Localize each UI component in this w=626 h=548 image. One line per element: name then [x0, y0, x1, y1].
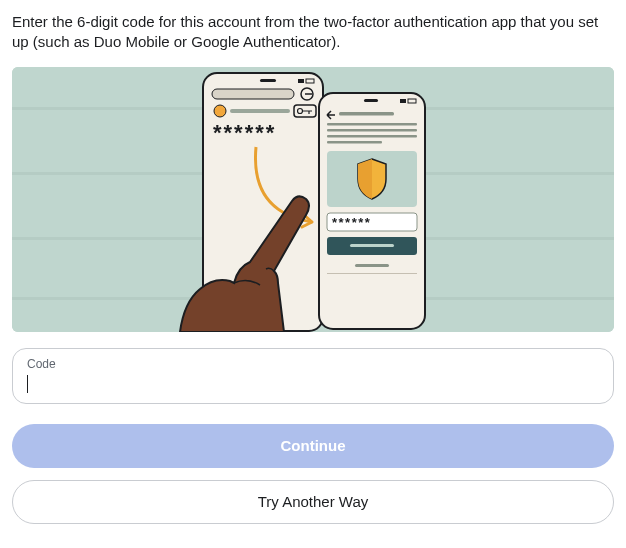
authenticator-illustration: ****** [12, 67, 614, 332]
input-caret [27, 375, 28, 393]
svg-rect-18 [319, 93, 425, 329]
left-phone-code: ****** [213, 120, 276, 145]
instruction-text: Enter the 6-digit code for this account … [12, 12, 614, 53]
svg-rect-25 [327, 135, 417, 138]
try-another-way-button[interactable]: Try Another Way [12, 480, 614, 524]
svg-rect-32 [327, 273, 417, 274]
svg-rect-30 [350, 244, 394, 247]
svg-rect-24 [327, 129, 417, 132]
right-phone-code: ****** [332, 215, 371, 230]
illustration-svg: ****** [12, 67, 614, 332]
code-field-container[interactable]: Code [12, 348, 614, 404]
continue-button[interactable]: Continue [12, 424, 614, 468]
svg-rect-9 [212, 89, 294, 99]
svg-rect-7 [298, 79, 304, 83]
code-input[interactable] [27, 373, 599, 393]
svg-rect-22 [339, 112, 394, 116]
svg-rect-23 [327, 123, 417, 126]
svg-rect-20 [400, 99, 406, 103]
svg-rect-13 [230, 109, 290, 113]
svg-rect-26 [327, 141, 382, 144]
two-factor-panel: Enter the 6-digit code for this account … [0, 0, 626, 524]
svg-rect-19 [364, 99, 378, 102]
svg-point-12 [214, 105, 226, 117]
shield-icon [358, 159, 386, 199]
svg-rect-31 [355, 264, 389, 267]
code-label: Code [27, 357, 599, 371]
svg-rect-6 [260, 79, 276, 82]
phone-right: ****** [319, 93, 425, 329]
